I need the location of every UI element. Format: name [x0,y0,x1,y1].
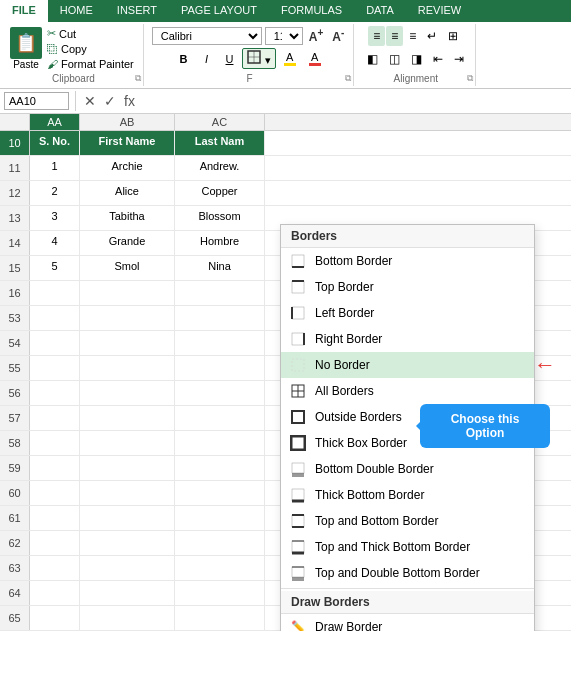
tab-formulas[interactable]: FORMULAS [269,0,354,22]
column-headers: AA AB AC [0,114,571,131]
copy-button[interactable]: ⿻ Copy [44,42,137,56]
all-borders-label: All Borders [315,384,526,398]
cell-aa13[interactable]: 3 [30,206,80,230]
confirm-formula-button[interactable]: ✓ [102,93,118,109]
tab-review[interactable]: REVIEW [406,0,473,22]
bottom-double-border-icon [289,460,307,478]
font-name-row: Calibri 11 A+ A- [152,26,348,45]
clipboard-small-btns: ✂ Cut ⿻ Copy 🖌 Format Painter [44,26,137,71]
cell-reference-input[interactable] [4,92,69,110]
merge-button[interactable]: ⊞ [443,26,463,46]
align-right-button[interactable]: ◨ [406,49,427,69]
svg-rect-11 [292,359,304,371]
insert-function-button[interactable]: fx [122,93,137,109]
col-header-ab[interactable]: AB [80,114,175,130]
ribbon-tabs: FILE HOME INSERT PAGE LAYOUT FORMULAS DA… [0,0,571,22]
cell-ab11[interactable]: Archie [80,156,175,180]
cell-aa15[interactable]: 5 [30,256,80,280]
cut-label: Cut [59,28,76,40]
top-double-bottom-border-item[interactable]: Top and Double Bottom Border [281,560,534,586]
right-border-icon [289,330,307,348]
underline-button[interactable]: U [219,51,239,67]
wrap-text-button[interactable]: ↵ [422,26,442,46]
scissors-icon: ✂ [47,27,56,40]
bottom-double-border-item[interactable]: Bottom Double Border [281,456,534,482]
cell-ac15[interactable]: Nina [175,256,265,280]
formula-input[interactable] [141,92,567,110]
cell-aa14[interactable]: 4 [30,231,80,255]
svg-rect-22 [292,515,304,527]
borders-button[interactable]: ▾ [242,48,275,69]
top-thick-bottom-border-label: Top and Thick Bottom Border [315,540,526,554]
cell-ac11[interactable]: Andrew. [175,156,265,180]
cell-ac10[interactable]: Last Nam [175,131,265,155]
fill-color-button[interactable]: A [279,49,301,68]
table-row: 12 2 Alice Copper [0,181,571,206]
decrease-font-size-button[interactable]: A- [329,26,347,45]
row-num-13: 13 [0,206,30,230]
draw-border-label: Draw Border [315,620,526,631]
cell-ab13[interactable]: Tabitha [80,206,175,230]
tab-page-layout[interactable]: PAGE LAYOUT [169,0,269,22]
align-expand-icon[interactable]: ⧉ [467,73,473,84]
col-header-aa[interactable]: AA [30,114,80,130]
top-bottom-border-label: Top and Bottom Border [315,514,526,528]
paste-button[interactable]: 📋 Paste [10,27,42,70]
all-borders-item[interactable]: All Borders [281,378,534,404]
increase-font-size-button[interactable]: A+ [306,26,327,45]
borders-section-header: Borders [281,225,534,248]
align-left-button[interactable]: ◧ [362,49,383,69]
paste-label: Paste [13,59,39,70]
cut-button[interactable]: ✂ Cut [44,26,137,41]
bold-button[interactable]: B [173,51,193,67]
cell-ab14[interactable]: Grande [80,231,175,255]
left-border-icon [289,304,307,322]
row-num-10: 10 [0,131,30,155]
indent-increase-button[interactable]: ⇥ [449,49,469,69]
cell-ac14[interactable]: Hombre [175,231,265,255]
font-group-label: F [246,71,252,84]
format-painter-button[interactable]: 🖌 Format Painter [44,57,137,71]
font-group: Calibri 11 A+ A- B I U ▾ A A F ⧉ [146,24,355,86]
top-border-item[interactable]: Top Border [281,274,534,300]
col-header-ac[interactable]: AC [175,114,265,130]
cell-ab15[interactable]: Smol [80,256,175,280]
align-middle-button[interactable]: ≡ [386,26,403,46]
tab-home[interactable]: HOME [48,0,105,22]
italic-button[interactable]: I [196,51,216,67]
formula-icons: ✕ ✓ fx [82,93,137,109]
tab-file[interactable]: FILE [0,0,48,22]
cell-ac13[interactable]: Blossom [175,206,265,230]
tab-insert[interactable]: INSERT [105,0,169,22]
cell-ab10[interactable]: First Name [80,131,175,155]
tab-data[interactable]: DATA [354,0,406,22]
clipboard-group-content: 📋 Paste ✂ Cut ⿻ Copy 🖌 Format Painter [10,26,137,71]
font-color-button[interactable]: A [304,49,326,68]
cell-aa12[interactable]: 2 [30,181,80,205]
font-size-select[interactable]: 11 [265,27,303,45]
draw-border-item[interactable]: ✏️ Draw Border [281,614,534,631]
clipboard-expand-icon[interactable]: ⧉ [135,73,141,84]
cell-ac12[interactable]: Copper [175,181,265,205]
indent-decrease-button[interactable]: ⇤ [428,49,448,69]
svg-rect-9 [292,333,304,345]
cell-ab12[interactable]: Alice [80,181,175,205]
cell-aa10[interactable]: S. No. [30,131,80,155]
right-border-item[interactable]: Right Border [281,326,534,352]
cancel-formula-button[interactable]: ✕ [82,93,98,109]
font-expand-icon[interactable]: ⧉ [345,73,351,84]
svg-rect-15 [292,411,304,423]
thick-bottom-border-item[interactable]: Thick Bottom Border [281,482,534,508]
left-border-item[interactable]: Left Border [281,300,534,326]
top-bottom-border-item[interactable]: Top and Bottom Border [281,508,534,534]
top-thick-bottom-border-item[interactable]: Top and Thick Bottom Border [281,534,534,560]
align-center-button[interactable]: ◫ [384,49,405,69]
paste-icon: 📋 [10,27,42,59]
cell-aa11[interactable]: 1 [30,156,80,180]
draw-borders-section-header: Draw Borders [281,591,534,614]
bottom-border-item[interactable]: Bottom Border [281,248,534,274]
align-bottom-button[interactable]: ≡ [404,26,421,46]
align-top-button[interactable]: ≡ [368,26,385,46]
no-border-item[interactable]: No Border ← [281,352,534,378]
font-name-select[interactable]: Calibri [152,27,262,45]
